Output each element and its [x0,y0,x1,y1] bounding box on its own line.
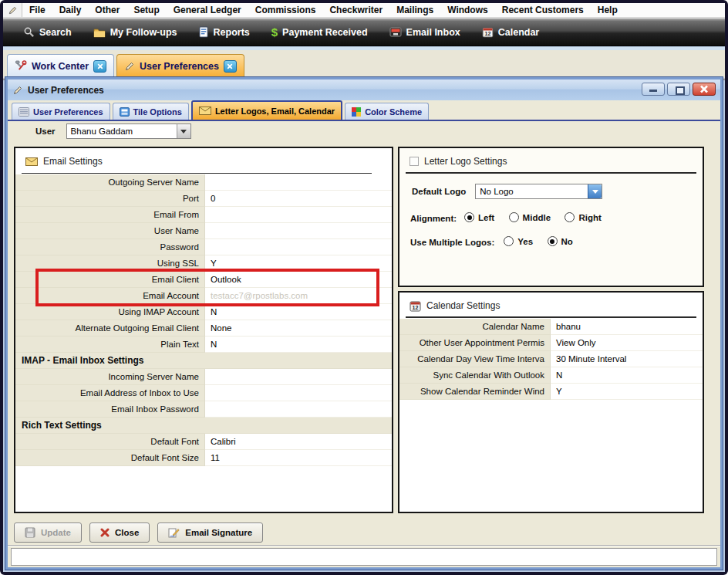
user-dropdown[interactable]: Bhanu Gaddam [66,123,191,139]
button-label: Email Signature [185,528,252,537]
button-label: Close [115,528,139,537]
tab-label: Tile Options [133,107,182,117]
field-label: Sync Calendar With Outlook [399,367,551,384]
field-label: Email Inbox Password [15,401,205,418]
minimize-button[interactable] [642,83,665,96]
field-value[interactable]: N [551,367,703,384]
radio-label: Yes [517,237,533,246]
restore-button[interactable] [667,83,690,96]
tab-letter-logos-email-calendar[interactable]: Letter Logos, Email, Calendar [191,100,342,120]
user-preferences-window: User Preferences User Preferences Tile O… [5,77,723,570]
pencil-icon [8,5,18,15]
field-label: Port [15,191,205,207]
field-value[interactable] [205,223,392,239]
field-label: Default Font [15,434,205,450]
field-value[interactable]: Y [205,255,392,272]
field-value[interactable]: 30 Minute Interval [551,351,703,367]
user-label: User [35,127,56,136]
button-label: Update [41,528,71,537]
envelope-icon [199,107,211,115]
settings-row: IMAP - Email Inbox Settings [15,353,392,369]
settings-row: Email Client Outlook [15,272,392,288]
my-follow-ups-button[interactable]: My Follow-ups [83,19,188,46]
close-button[interactable]: Close [89,523,150,543]
field-value[interactable]: N [205,304,392,320]
toolbar-label: My Follow-ups [110,27,177,38]
svg-text:12: 12 [413,305,419,310]
tab-user-preferences-inner[interactable]: User Preferences [12,103,110,120]
menu-item-recent-customers[interactable]: Recent Customers [495,3,591,17]
menu-item-daily[interactable]: Daily [52,3,89,17]
menu-item-help[interactable]: Help [591,3,625,17]
field-value[interactable] [205,207,392,223]
field-value[interactable]: bhanu [551,319,703,335]
alignment-row: Alignment: Left Middle Right [410,211,703,225]
section-title: Letter Logo Settings [424,156,507,167]
field-label: Show Calendar Reminder Wind [399,384,551,400]
tab-work-center[interactable]: Work Center [7,54,114,77]
field-label: Using IMAP Account [15,304,205,320]
menu-item-file[interactable]: File [22,3,52,17]
update-button[interactable]: Update [14,523,82,543]
calendar-button[interactable]: 12 Calendar [471,19,551,46]
field-value[interactable]: testacc7@rpostlabs.com [205,288,392,304]
radio-option[interactable]: No [548,236,573,246]
tab-tile-options[interactable]: Tile Options [113,103,189,120]
menu-item-windows[interactable]: Windows [440,3,495,17]
radio-option[interactable]: Left [464,212,494,222]
settings-row: Plain Text N [15,337,392,353]
field-value[interactable]: Y [551,384,703,400]
menu-item-general-ledger[interactable]: General Ledger [167,3,248,17]
divider [8,545,720,546]
field-value[interactable] [205,174,392,191]
field-value[interactable]: 0 [205,191,392,207]
field-value[interactable]: Outlook [205,272,392,288]
chevron-down-icon[interactable] [588,184,602,198]
settings-row: Email Address of Inbox to Use [15,385,392,401]
radio-option[interactable]: Middle [509,212,551,222]
default-logo-dropdown[interactable]: No Logo [475,184,602,199]
field-value[interactable] [205,239,392,255]
tab-label: User Preferences [33,107,103,117]
field-value[interactable]: View Only [551,335,703,351]
menu-item-mailings[interactable]: Mailings [389,3,440,17]
radio-option[interactable]: Yes [504,236,533,246]
close-tab-icon[interactable] [93,60,106,73]
window-controls [642,83,716,96]
app-icon[interactable] [3,3,22,17]
email-inbox-button[interactable]: Email Inbox [379,19,471,46]
menu-item-other[interactable]: Other [88,3,126,17]
reports-button[interactable]: Reports [188,19,261,46]
field-label: Incoming Server Name [15,369,205,385]
settings-row: Email Inbox Password [15,401,392,418]
letter-logo-settings-header: Letter Logo Settings [399,148,703,174]
field-value[interactable]: Calibri [205,434,392,450]
menu-item-commissions[interactable]: Commissions [248,3,323,17]
settings-row: Using SSL Y [15,255,392,272]
chevron-down-icon[interactable] [177,124,190,138]
tab-user-preferences[interactable]: User Preferences [116,54,244,77]
menu-item-setup[interactable]: Setup [126,3,166,17]
close-x-icon [100,528,110,537]
settings-row: Rich Text Settings [15,418,392,434]
close-tab-icon[interactable] [224,60,237,73]
field-value[interactable]: 11 [205,450,392,466]
tab-label: Letter Logos, Email, Calendar [215,107,335,116]
field-value[interactable] [205,385,392,401]
field-value[interactable] [205,401,392,418]
settings-row: Using IMAP Account N [15,304,392,320]
tab-color-scheme[interactable]: Color Scheme [345,103,429,120]
radio-option[interactable]: Right [565,212,601,222]
menu-item-checkwriter[interactable]: Checkwriter [322,3,389,17]
window-title: User Preferences [28,85,104,96]
payment-received-button[interactable]: $ Payment Received [261,19,379,46]
field-value[interactable]: N [205,337,392,353]
calendar-settings-header: 12 Calendar Settings [399,293,703,319]
close-window-button[interactable] [693,83,716,96]
field-value[interactable] [205,369,392,385]
search-button[interactable]: Search [12,19,83,46]
email-signature-button[interactable]: Email Signature [157,523,263,543]
field-value[interactable]: None [205,320,392,337]
menu-bar: File Daily Other Setup General Ledger Co… [3,3,725,18]
settings-row: Other User Appointment Permis View Only [399,335,703,351]
